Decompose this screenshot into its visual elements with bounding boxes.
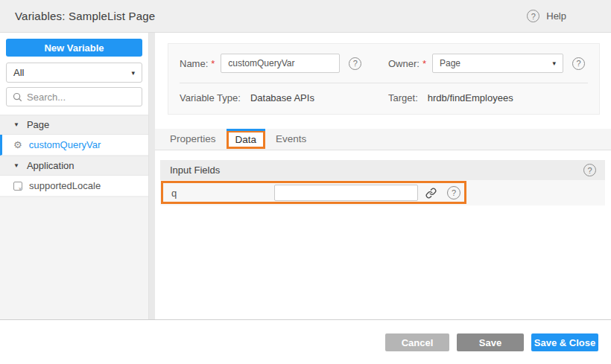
variables-sidebar: New Variable All ▾ ▼ Page bbox=[0, 33, 149, 319]
input-fields-title: Input Fields bbox=[170, 165, 220, 176]
owner-select[interactable]: Page ▾ bbox=[432, 54, 563, 73]
collapse-arrow-icon: ▼ bbox=[13, 121, 19, 128]
owner-help-icon[interactable]: ? bbox=[572, 57, 585, 70]
search-input[interactable] bbox=[27, 92, 136, 103]
cancel-button[interactable]: Cancel bbox=[385, 333, 449, 351]
help-icon: ? bbox=[527, 10, 539, 22]
variables-tree: ▼ Page ⚙ customQueryVar ▼ Application x … bbox=[0, 115, 148, 319]
input-fields-help-icon[interactable]: ? bbox=[583, 164, 596, 176]
tree-item-customqueryvar[interactable]: ⚙ customQueryVar bbox=[0, 135, 148, 156]
new-variable-button[interactable]: New Variable bbox=[6, 39, 142, 57]
detail-tabs: Properties Data Events bbox=[155, 129, 611, 150]
field-name-label: q bbox=[171, 188, 274, 199]
required-marker: * bbox=[422, 58, 426, 69]
name-field[interactable] bbox=[221, 54, 340, 73]
tree-item-label: supportedLocale bbox=[29, 180, 101, 191]
save-and-close-button[interactable]: Save & Close bbox=[531, 333, 598, 351]
tree-group-application[interactable]: ▼ Application bbox=[0, 156, 148, 176]
collapse-arrow-icon: ▼ bbox=[13, 162, 19, 169]
tab-data[interactable]: Data bbox=[227, 130, 266, 149]
tree-group-label: Page bbox=[27, 119, 49, 130]
tab-events[interactable]: Events bbox=[265, 129, 317, 150]
locale-variable-icon: x bbox=[13, 182, 22, 191]
variable-type-value: Database APIs bbox=[250, 92, 314, 103]
variable-detail-panel: Name: * ? Owner: * Page ▾ ? bbox=[155, 33, 611, 319]
variable-filter-select[interactable]: All ▾ bbox=[6, 63, 142, 83]
input-field-row-q: q ? bbox=[160, 180, 605, 205]
help-label: Help bbox=[546, 10, 566, 22]
chevron-down-icon: ▾ bbox=[552, 60, 556, 67]
owner-label: Owner: bbox=[388, 58, 420, 69]
gear-icon: ⚙ bbox=[13, 140, 22, 150]
owner-selected-value: Page bbox=[440, 58, 460, 68]
page-title: Variables: SampleList Page bbox=[15, 10, 155, 22]
bind-link-icon[interactable] bbox=[425, 188, 437, 199]
target-value: hrdb/findEmployees bbox=[428, 92, 513, 103]
panel-divider bbox=[180, 83, 588, 83]
name-label: Name: bbox=[180, 58, 208, 69]
tree-group-page[interactable]: ▼ Page bbox=[0, 115, 148, 135]
save-button[interactable]: Save bbox=[457, 333, 524, 351]
sidebar-divider bbox=[149, 33, 155, 319]
target-label: Target: bbox=[388, 92, 418, 103]
sidebar-empty-area bbox=[0, 197, 148, 319]
dialog-header: Variables: SampleList Page ? Help bbox=[0, 0, 611, 33]
variable-summary-panel: Name: * ? Owner: * Page ▾ ? bbox=[168, 43, 600, 115]
field-help-icon[interactable]: ? bbox=[447, 186, 460, 199]
tab-properties[interactable]: Properties bbox=[159, 129, 227, 150]
required-marker: * bbox=[211, 58, 215, 69]
filter-selected-value: All bbox=[13, 67, 24, 78]
tree-item-supportedlocale[interactable]: x supportedLocale bbox=[0, 176, 148, 197]
field-q-input[interactable] bbox=[274, 185, 418, 201]
tree-item-label: customQueryVar bbox=[29, 139, 101, 150]
name-help-icon[interactable]: ? bbox=[349, 57, 361, 70]
help-button[interactable]: ? Help bbox=[527, 10, 566, 22]
input-fields-section: Input Fields ? q ? bbox=[160, 160, 605, 205]
input-fields-header: Input Fields ? bbox=[160, 160, 605, 180]
chevron-down-icon: ▾ bbox=[131, 69, 135, 77]
tree-group-label: Application bbox=[27, 160, 75, 171]
variable-type-label: Variable Type: bbox=[180, 92, 241, 103]
search-icon bbox=[13, 92, 22, 102]
variable-search-box[interactable] bbox=[6, 87, 142, 106]
dialog-footer: Cancel Save Save & Close bbox=[0, 319, 611, 364]
